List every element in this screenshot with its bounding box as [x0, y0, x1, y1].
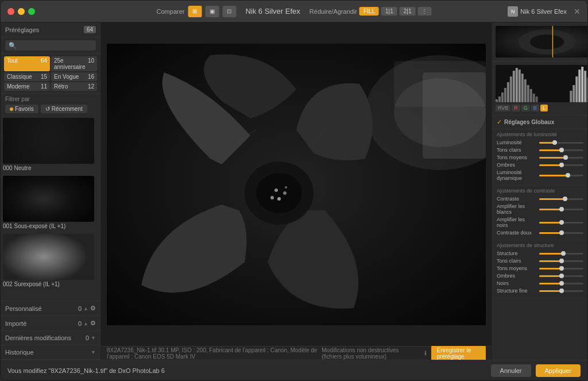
slider-tons-clairs-str-track[interactable] — [539, 260, 583, 262]
svg-rect-28 — [527, 85, 529, 102]
slider-contraste: Contraste 15% — [497, 196, 587, 202]
main-image — [107, 44, 486, 325]
luminosity-group: Ajustements de luminosité Luminosité -30… — [492, 129, 587, 186]
slider-structure-fine-track[interactable] — [539, 290, 583, 292]
slider-tons-moyens-str-thumb — [559, 266, 564, 271]
thumbnail-svg — [496, 26, 587, 57]
slider-contraste-track[interactable] — [539, 198, 583, 200]
slider-ombres-lum: Ombres 0% — [497, 162, 587, 168]
slider-structure-track[interactable] — [539, 253, 583, 255]
channel-l-btn[interactable]: L — [540, 105, 548, 111]
section-dernieres-header[interactable]: Dernières modifications 0 ▼ — [1, 331, 100, 345]
section-historique-header[interactable]: Historique ▼ — [1, 345, 100, 359]
slider-tons-moyens-lum-label: Tons moyens — [497, 155, 537, 160]
search-input[interactable] — [5, 40, 96, 51]
image-container[interactable] — [101, 22, 492, 346]
slider-luminosite: Luminosité -30% — [497, 140, 587, 145]
section-importe: Importé 0 ▲ ⚙ — [1, 316, 100, 331]
slider-structure: Structure 10% — [497, 251, 587, 256]
svg-rect-34 — [575, 76, 578, 102]
slider-amp-noirs-track[interactable] — [539, 222, 583, 224]
minimize-traffic-light[interactable] — [18, 8, 25, 15]
favorites-filter-btn[interactable]: Favoris — [5, 105, 38, 113]
zoom-2-1-btn[interactable]: 2|1 — [400, 7, 416, 16]
svg-rect-17 — [496, 99, 498, 102]
contrast-group: Ajustements de contraste Contraste 15% A… — [492, 186, 587, 240]
channel-r-btn[interactable]: R — [512, 105, 520, 111]
tag-cl-count: 15 — [41, 74, 47, 80]
canvas-area: 8X2A7236_Nik-1.tif 30.1 MP, ISO : 200, F… — [101, 22, 492, 360]
compare-btn-1[interactable]: ⊞ — [188, 6, 202, 17]
comparer-label: Comparer — [157, 8, 185, 15]
info-file-text: 8X2A7236_Nik-1.tif 30.1 MP, ISO : 200, F… — [107, 347, 322, 360]
histogram-svg — [496, 65, 587, 102]
slider-noirs-str-track[interactable] — [539, 283, 583, 284]
slider-ombres-str: Ombres 0% — [497, 273, 587, 279]
section-personnalise-header[interactable]: Personnalisé 0 ▲ ⚙ — [1, 301, 100, 315]
tag-retro[interactable]: Rétro 12 — [51, 82, 97, 91]
slider-contraste-doux: Contraste doux 0% — [497, 230, 587, 236]
svg-rect-35 — [578, 70, 581, 102]
settings-icon-1: ⚙ — [90, 305, 96, 312]
slider-structure-fill — [539, 253, 563, 255]
tag-moderne[interactable]: Moderne 11 — [4, 82, 50, 91]
preset-item-001[interactable]: 001 Sous-exposé (IL +1) — [3, 176, 98, 230]
svg-point-14 — [530, 34, 564, 49]
slider-ombres-str-track[interactable] — [539, 275, 583, 277]
recent-filter-btn[interactable]: ↺ Récemment — [41, 105, 87, 113]
slider-lum-dynamique-label: Luminosité dynamique — [497, 170, 537, 181]
zoom-fill-btn[interactable]: FILL — [359, 7, 379, 16]
svg-point-6 — [283, 191, 287, 195]
svg-rect-24 — [516, 68, 518, 102]
slider-contraste-doux-track[interactable] — [539, 232, 583, 234]
chevron-down-icon-4: ▼ — [91, 349, 96, 355]
save-preset-btn[interactable]: Enregistrer le préréglage — [431, 345, 486, 360]
slider-structure-fine-fill — [539, 290, 562, 292]
apply-button[interactable]: Appliquer — [536, 364, 581, 377]
slider-tons-moyens-lum-track[interactable] — [539, 157, 583, 159]
cancel-button[interactable]: Annuler — [491, 364, 531, 377]
slider-lum-dynamique-track[interactable] — [539, 175, 583, 176]
slider-tons-moyens-str-value: 0% — [586, 265, 587, 271]
tag-classique[interactable]: Classique 15 — [4, 72, 50, 81]
svg-rect-26 — [521, 74, 524, 102]
search-bar — [1, 37, 100, 54]
channel-g-btn[interactable]: G — [521, 105, 530, 111]
count-3: 0 — [86, 334, 89, 341]
section-importe-label: Importé — [5, 320, 26, 327]
close-traffic-light[interactable] — [7, 8, 14, 15]
chevron-down-icon-1: ▲ — [83, 306, 88, 311]
close-icon[interactable]: ✕ — [574, 7, 581, 16]
slider-luminosite-track[interactable] — [539, 142, 583, 144]
chevron-down-icon-3: ▼ — [91, 335, 96, 341]
slider-tons-clairs-str-value: 0% — [586, 258, 587, 264]
tag-anniversaire[interactable]: 25e anniversaire 10 — [51, 56, 97, 71]
favorites-label: Favoris — [15, 106, 34, 112]
slider-amp-blancs-track[interactable] — [539, 209, 583, 210]
slider-ombres-lum-track[interactable] — [539, 164, 583, 166]
section-importe-header[interactable]: Importé 0 ▲ ⚙ — [1, 316, 100, 330]
tag-retro-label: Rétro — [54, 83, 68, 90]
preset-tags-grid: Tout 64 25e anniversaire 10 Classique 15… — [1, 54, 100, 93]
preset-item-002[interactable]: 002 Surexposé (IL +1) — [3, 234, 98, 288]
svg-rect-33 — [572, 85, 575, 102]
channel-b-btn[interactable]: B — [531, 105, 539, 111]
compare-btn-3[interactable]: ⊡ — [222, 6, 236, 17]
maximize-traffic-light[interactable] — [28, 8, 35, 15]
title-text: Nik 6 Silver Efex — [245, 7, 300, 16]
compare-btn-2[interactable]: ▣ — [205, 6, 219, 17]
preset-item-000[interactable]: 000 Neutre — [3, 118, 98, 172]
slider-tons-moyens-str-track[interactable] — [539, 268, 583, 270]
slider-luminosite-value: -30% — [586, 140, 587, 145]
channel-rvb-btn[interactable]: RVB — [496, 105, 510, 111]
slider-tons-clairs-lum-track[interactable] — [539, 149, 583, 151]
tag-tout[interactable]: Tout 64 — [4, 56, 50, 71]
tag-vogue-label: En Vogue — [54, 74, 79, 80]
tag-vogue[interactable]: En Vogue 16 — [51, 72, 97, 81]
zoom-custom-btn[interactable]: ⋮ — [417, 7, 431, 16]
nik-icon: N — [508, 6, 518, 17]
svg-point-4 — [256, 173, 302, 213]
zoom-1-1-btn[interactable]: 1|1 — [381, 7, 397, 16]
luminosity-title: Ajustements de luminosité — [497, 132, 587, 137]
section-historique-label: Historique — [5, 349, 34, 356]
